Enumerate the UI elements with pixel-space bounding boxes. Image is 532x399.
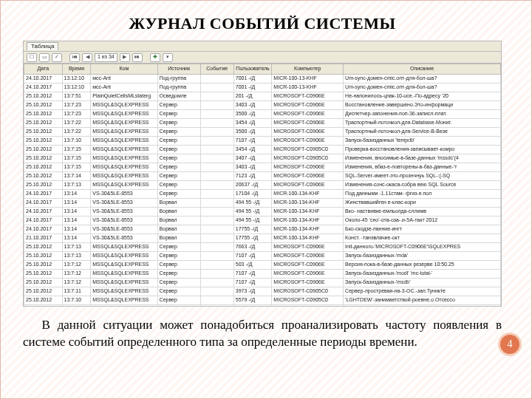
- nav-next-icon[interactable]: ▶: [120, 53, 130, 62]
- table-row[interactable]: 25.10.201213:7:12MSSQL&SQLEXPRESSСервер7…: [24, 270, 501, 279]
- table-cell: Сервер: [157, 137, 200, 146]
- column-header[interactable]: Пользователь: [233, 64, 272, 75]
- table-cell: Под данными -1.11стам- фгиз-е.пол: [344, 190, 501, 199]
- column-header[interactable]: Дата: [24, 64, 63, 75]
- table-cell: [200, 199, 233, 208]
- table-cell: 24.10.2017: [24, 83, 63, 92]
- table-cell: Запуск-базизданных-'modl' 'mc-total-': [344, 270, 501, 279]
- table-cell: Вко- наствивке-емльолда-сллимв: [344, 208, 501, 216]
- check-icon[interactable]: ✓: [52, 53, 62, 62]
- table-cell: 5579 -/Д: [233, 296, 272, 305]
- table-row[interactable]: 25.10.201213:7:13MSSQL&SQLEXPRESSСервер7…: [24, 252, 501, 261]
- table-row[interactable]: 24.10.201713:14VS-30&5LE-8553Ворвал494 5…: [24, 208, 501, 216]
- table-row[interactable]: 25.10.201213:7:13MSSQL&SQLEXPRESSСервер2…: [24, 181, 501, 190]
- table-cell: MICROSOFT-C0906E: [272, 137, 344, 146]
- table-cell: Траспортный-поточкол-для-Database-Мониг.: [344, 119, 501, 128]
- table-cell: мсс-Ant: [91, 83, 157, 92]
- column-header[interactable]: Событие: [200, 64, 233, 75]
- table-cell: 13:7:12: [62, 261, 91, 270]
- table-cell: MSSQL&SQLEXPRESS: [91, 261, 157, 270]
- table-row[interactable]: 24.10.201713:12:10мсс-AntПод-группа7001 …: [24, 75, 501, 83]
- table-cell: 201 -/Д: [233, 92, 272, 101]
- table-cell: 25.10.2012: [24, 128, 63, 137]
- table-cell: 20637 -/Д: [233, 181, 272, 190]
- table-row[interactable]: 24.10.201713:14VS-30&5LE-8553Ворвал494 5…: [24, 216, 501, 225]
- doc-icon[interactable]: ☐: [27, 53, 37, 62]
- column-header[interactable]: Компьютер: [272, 64, 344, 75]
- table-row[interactable]: 24.10.201713:14VS-30&5LE-8553Сервер17104…: [24, 190, 501, 199]
- table-cell: VS-30&5LE-8553: [91, 225, 157, 234]
- table-cell: 13:7:14: [62, 172, 91, 181]
- table-cell: 3500 -/Д: [233, 110, 272, 119]
- tab-table[interactable]: Таблица: [27, 42, 58, 50]
- table-cell: 13:7:15: [62, 146, 91, 154]
- table-row[interactable]: 25.10.201213:7:12MSSQL&SQLEXPRESSСервер5…: [24, 261, 501, 270]
- table-cell: MSSQL&SQLEXPRESS: [91, 119, 157, 128]
- table-cell: 13:7:13: [62, 252, 91, 261]
- table-row[interactable]: 25.10.201213:7:9MSSQL&SQLEXPRESSСервер34…: [24, 305, 501, 307]
- column-header[interactable]: Описание: [344, 64, 501, 75]
- table-cell: Сервер: [157, 190, 200, 199]
- table-cell: 3454 -/Д: [233, 146, 272, 154]
- table-cell: 13:7:15: [62, 154, 91, 163]
- table-row[interactable]: 25.10.201213:7:15MSSQL&SQLEXPRESSСервер3…: [24, 163, 501, 172]
- table-cell: 7107 -/Д: [233, 252, 272, 261]
- table-cell: MICR-100-134-KHF: [272, 190, 344, 199]
- table-cell: 25.10.2012: [24, 305, 63, 307]
- table-cell: MSSQL&SQLEXPRESS: [91, 243, 157, 252]
- table-row[interactable]: 25.10.201213:7:10MSSQL&SQLEXPRESSСервер7…: [24, 137, 501, 146]
- table-row[interactable]: 25.10.201213:7:14MSSQL&SQLEXPRESSСервер7…: [24, 172, 501, 181]
- table-cell: 25.10.2012: [24, 137, 63, 146]
- column-header[interactable]: Время: [62, 64, 91, 75]
- table-cell: Um-sync-домен-cmic.опт-для-бол-ша?: [344, 83, 501, 92]
- table-row[interactable]: 25.10.201213:7:23MSSQL&SQLEXPRESSСервер3…: [24, 101, 501, 110]
- table-cell: 13:7:23: [62, 101, 91, 110]
- column-header[interactable]: Источник: [157, 64, 200, 75]
- add-icon[interactable]: ✚: [150, 53, 160, 62]
- table-row[interactable]: 25.10.201213:7:11MSSQL&SQLEXPRESSСервер3…: [24, 287, 501, 296]
- table-row[interactable]: 24.10.201713:14VS-30&5LE-8553Ворвал17755…: [24, 225, 501, 234]
- table-cell: 3454 -/Д: [233, 119, 272, 128]
- table-cell: 24.10.2017: [24, 216, 63, 225]
- table-cell: [200, 181, 233, 190]
- table-cell: PlainQuietCellsMLstaterg: [91, 92, 157, 101]
- table-cell: Ворвал: [157, 216, 200, 225]
- table-cell: 25.10.2012: [24, 270, 63, 279]
- table-row[interactable]: 25.10.201213:7:13MSSQL&SQLEXPRESSСервер7…: [24, 243, 501, 252]
- table-cell: 'LGHTDEW'-занимаетствой-роевне.о.Отсессо: [344, 296, 501, 305]
- table-cell: Изменения, вносимые-в-базе-данных 'mssdc…: [344, 154, 501, 163]
- table-cell: 24.10.2017: [24, 190, 63, 199]
- table-row[interactable]: 25.10.201213:7:15MSSQL&SQLEXPRESSСервер3…: [24, 146, 501, 154]
- table-cell: [200, 287, 233, 296]
- nav-prev-icon[interactable]: ◀: [82, 53, 92, 62]
- table-row[interactable]: 25.10.201213:7:23MSSQL&SQLEXPRESSСервер3…: [24, 110, 501, 119]
- table-row[interactable]: 25.10.201213:7:22MSSQL&SQLEXPRESSСервер3…: [24, 128, 501, 137]
- table-cell: 25.10.2012: [24, 252, 63, 261]
- tab-bar: Таблица: [24, 41, 501, 52]
- table-row[interactable]: 25.10.201213:7:22MSSQL&SQLEXPRESSСервер3…: [24, 119, 501, 128]
- table-row[interactable]: 24.10.201713:14VS-30&5LE-8553Ворвал494 5…: [24, 199, 501, 208]
- table-cell: MICROSOFT-C0906E: [272, 243, 344, 252]
- nav-last-icon[interactable]: ⏭: [132, 53, 143, 62]
- table-cell: 7123 -/Д: [233, 172, 272, 181]
- table-row[interactable]: 21.10.201713:14VS-30&5LE-8553Ворвал17755…: [24, 234, 501, 243]
- table-cell: [200, 216, 233, 225]
- table-cell: Запуск-базизданных-'mda': [344, 252, 501, 261]
- table-cell: SQL-Server-имеет-это-прознчнуь SQL-:(-SQ: [344, 172, 501, 181]
- table-cell: Сервер: [157, 172, 200, 181]
- table-row[interactable]: 25.10.201213:7:51PlainQuietCellsMLstater…: [24, 92, 501, 101]
- table-row[interactable]: 25.10.201213:7:15MSSQL&SQLEXPRESSСервер3…: [24, 154, 501, 163]
- table-cell: MSSQL&SQLEXPRESS: [91, 287, 157, 296]
- table-row[interactable]: 25.10.201213:7:12MSSQL&SQLEXPRESSСервер7…: [24, 279, 501, 287]
- table-row[interactable]: 24.10.201713:12:10мсс-AntПод-группа7001 …: [24, 83, 501, 92]
- column-header[interactable]: Ком: [91, 64, 157, 75]
- nav-first-icon[interactable]: ⏮: [69, 53, 80, 62]
- table-cell: 7107 -/Д: [233, 279, 272, 287]
- table-cell: [200, 154, 233, 163]
- table-cell: MSSQL&SQLEXPRESS: [91, 270, 157, 279]
- open-icon[interactable]: ▭: [39, 53, 50, 62]
- table-cell: Сервер: [157, 128, 200, 137]
- table-row[interactable]: 25.10.201213:7:10MSSQL&SQLEXPRESSСервер5…: [24, 296, 501, 305]
- table-cell: 25.10.2012: [24, 154, 63, 163]
- dropdown-icon[interactable]: ▾: [163, 53, 173, 62]
